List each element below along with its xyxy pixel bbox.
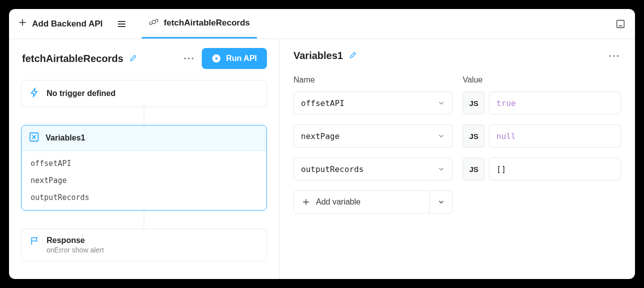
svg-point-8: [192, 58, 193, 59]
chevron-down-icon: [437, 165, 445, 173]
flow-panel: fetchAirtableRecords Run API: [9, 39, 279, 279]
add-variable-main[interactable]: Add variable: [294, 191, 429, 213]
variable-value-input[interactable]: true: [489, 92, 621, 114]
response-sub: onError show alert: [47, 246, 104, 254]
svg-rect-4: [617, 20, 624, 28]
edit-panel-title-icon[interactable]: [349, 51, 357, 60]
variable-name-input[interactable]: offsetAPI: [293, 92, 453, 114]
flow-title: fetchAirtableRecords: [22, 53, 123, 64]
flag-icon: [30, 236, 40, 248]
svg-point-7: [188, 58, 190, 59]
variable-name-text: outputRecords: [301, 164, 364, 174]
js-toggle[interactable]: JS: [463, 92, 485, 114]
variable-value-input[interactable]: null: [489, 124, 621, 148]
js-toggle[interactable]: JS: [463, 158, 485, 180]
variable-item: outputRecords: [22, 189, 266, 206]
trigger-card[interactable]: No trigger defined: [21, 80, 267, 107]
svg-point-13: [613, 55, 614, 56]
response-card[interactable]: Response onError show alert: [21, 228, 267, 262]
plug-icon: [149, 17, 159, 30]
js-toggle[interactable]: JS: [463, 124, 485, 148]
svg-rect-2: [118, 26, 126, 27]
edit-flow-name-icon[interactable]: [129, 54, 137, 64]
flow-connector: [144, 210, 144, 228]
variable-item: offsetAPI: [22, 155, 266, 172]
chevron-down-icon: [437, 132, 445, 140]
panel-more-icon[interactable]: [607, 52, 621, 60]
variables-block-title: Variables1: [46, 134, 85, 142]
variable-row: nextPage JS null: [293, 124, 621, 148]
svg-rect-0: [118, 21, 126, 22]
svg-rect-3: [152, 20, 156, 24]
variable-item: nextPage: [22, 172, 266, 189]
variables-block[interactable]: Variables1 offsetAPI nextPage outputReco…: [21, 125, 267, 210]
svg-rect-1: [118, 24, 126, 24]
add-backend-api-label: Add Backend API: [32, 19, 103, 29]
tab-fetch-airtable[interactable]: fetchAirtableRecords: [142, 9, 257, 38]
chevron-down-icon: [437, 99, 445, 107]
run-api-label: Run API: [226, 54, 257, 63]
svg-point-12: [609, 55, 611, 56]
variable-name-input[interactable]: outputRecords: [293, 158, 453, 180]
topbar: Add Backend API fetchAirtableRecords: [9, 9, 635, 39]
variables-icon: [29, 132, 40, 144]
plus-icon: [302, 198, 310, 206]
expand-panel-icon[interactable]: [615, 18, 626, 30]
trigger-label: No trigger defined: [47, 89, 116, 98]
svg-point-14: [617, 55, 618, 56]
panel-title: Variables1: [293, 50, 343, 62]
bolt-icon: [30, 88, 40, 100]
variable-name-text: offsetAPI: [301, 98, 345, 108]
tab-label: fetchAirtableRecords: [164, 18, 250, 28]
column-name-header: Name: [293, 76, 453, 84]
variable-value-input[interactable]: []: [489, 158, 621, 180]
run-api-button[interactable]: Run API: [202, 48, 267, 69]
flow-connector: [144, 107, 144, 125]
variable-name-input[interactable]: nextPage: [293, 124, 453, 148]
add-backend-api-button[interactable]: Add Backend API: [18, 18, 112, 30]
variable-row: offsetAPI JS true: [293, 92, 621, 114]
response-label: Response: [47, 236, 104, 245]
chevron-down-icon: [437, 198, 445, 206]
svg-point-6: [184, 58, 186, 59]
variable-row: outputRecords JS []: [293, 158, 621, 180]
add-variable-label: Add variable: [316, 198, 361, 206]
add-variable-button[interactable]: Add variable: [293, 190, 453, 214]
add-variable-dropdown[interactable]: [429, 191, 452, 213]
menu-icon[interactable]: [112, 19, 132, 29]
variable-name-text: nextPage: [301, 132, 340, 141]
variables-block-list: offsetAPI nextPage outputRecords: [22, 151, 266, 210]
column-value-header: Value: [463, 76, 621, 84]
variables-config-panel: Variables1 Name Value offsetAPI: [279, 39, 635, 279]
flow-more-icon[interactable]: [182, 55, 196, 62]
plus-icon: [18, 18, 27, 30]
